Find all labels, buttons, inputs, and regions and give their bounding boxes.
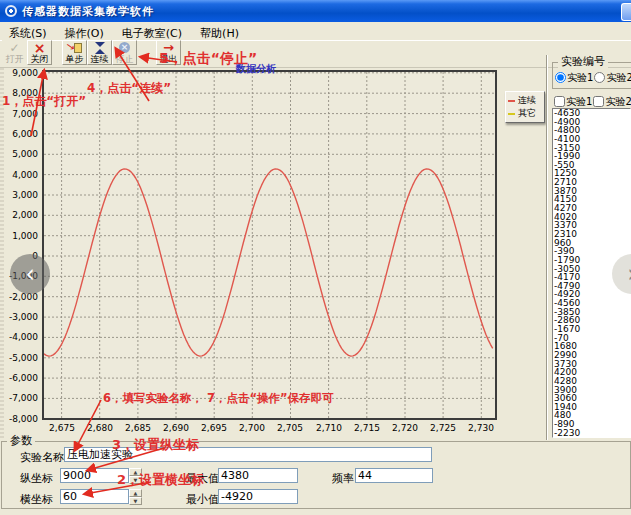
stop-icon: ×	[113, 41, 136, 54]
x-tick-label: 2,710	[310, 423, 348, 433]
x-coord-spinner[interactable]: ▲▼	[129, 489, 142, 504]
single-step-icon: →	[63, 41, 86, 54]
toolbar-button-label: 打开	[6, 54, 24, 64]
checkbox-experiment-1[interactable]: 实验1	[554, 95, 592, 109]
legend-label: 其它	[518, 107, 536, 120]
plot-area	[42, 70, 497, 420]
signal-curve	[44, 169, 493, 356]
x-tick-label: 2,730	[462, 423, 500, 433]
window-control-button[interactable]	[621, 3, 631, 21]
waveform-chart	[44, 72, 495, 418]
chart-legend[interactable]: 连续其它	[505, 91, 545, 123]
checkbox-label: 实验1	[566, 95, 592, 109]
radio-input[interactable]	[555, 72, 566, 83]
x-tick-label: 2,695	[195, 423, 233, 433]
continuous-hourglass-icon	[88, 41, 111, 54]
toolbar-close-button[interactable]: ×关闭	[27, 40, 52, 65]
annotation-step1: 1，点击“打开”	[2, 93, 86, 110]
toolbar-button-label: 连续	[91, 54, 109, 64]
spinner-down-icon[interactable]: ▼	[129, 497, 142, 505]
experiment-name-label: 实验名称	[20, 450, 64, 465]
checkbox-label: 实验2	[605, 95, 631, 109]
x-tick-label: 2,700	[233, 423, 271, 433]
y-tick-label: -7,000	[1, 393, 38, 403]
y-tick-label: 1,000	[1, 231, 38, 241]
toolbar-open-button[interactable]: ✓打开	[2, 40, 27, 65]
max-value-input[interactable]	[218, 468, 298, 483]
open-check-icon: ✓	[3, 41, 26, 54]
y-coord-label: 纵坐标	[20, 471, 53, 486]
radio-experiment-1[interactable]: 实验1	[555, 71, 593, 85]
params-group: 参数 实验名称 纵坐标 ▲▼ 最大值 频率 横坐标 ▲▼ 最小值	[1, 441, 631, 509]
x-tick-label: 2,685	[119, 423, 157, 433]
window-title: 传感器数据采集教学软件	[22, 4, 154, 19]
y-tick-label: 4,000	[1, 170, 38, 180]
experiment-id-group-label: 实验编号	[558, 56, 608, 68]
legend-label: 连续	[518, 94, 536, 107]
radio-input[interactable]	[594, 72, 605, 83]
toolbar-button-label: 单步	[66, 54, 84, 64]
x-tick-label: 2,720	[386, 423, 424, 433]
annotation-step3: 3，设置纵坐标	[112, 436, 199, 454]
y-tick-label: -6,000	[1, 373, 38, 383]
data-analysis-label[interactable]: 数据分析	[236, 62, 276, 76]
y-tick-label: -5,000	[1, 353, 38, 363]
toolbar-button-label: 停止	[116, 54, 134, 64]
y-tick-label: 5,000	[1, 149, 38, 159]
menu-bar: 系统(S)操作(O)电子教室(C)帮助(H)	[0, 22, 631, 41]
menu-item-e-classroom[interactable]: 电子教室(C)	[113, 23, 191, 41]
legend-marker-icon	[508, 113, 515, 115]
prev-overlay-button[interactable]: ‹	[10, 254, 50, 294]
list-item[interactable]: -2230	[553, 429, 630, 438]
annotation-step4: 4，点击“连续”	[87, 80, 171, 97]
toolbar-stop-button[interactable]: ×停止	[112, 40, 137, 65]
x-tick-label: 2,690	[157, 423, 195, 433]
x-coord-label: 横坐标	[20, 492, 53, 507]
params-group-label: 参数	[7, 435, 35, 447]
x-tick-label: 2,705	[271, 423, 309, 433]
app-gear-icon	[5, 5, 17, 17]
annotation-step2: 2，设置横坐标	[117, 471, 204, 489]
min-value-label: 最小值	[186, 492, 219, 507]
chevron-right-icon: ›	[627, 254, 631, 294]
legend-item: 连续	[508, 94, 542, 107]
x-tick-label: 2,715	[348, 423, 386, 433]
panel-divider	[546, 55, 548, 440]
close-x-icon: ×	[28, 41, 51, 54]
y-tick-label: 2,000	[1, 210, 38, 220]
toolbar-continuous-button[interactable]: 连续	[87, 40, 112, 65]
y-tick-label: -3,000	[1, 312, 38, 322]
experiment-radio-row: 实验1实验2	[555, 68, 631, 87]
toolbar-single-step-button[interactable]: →单步	[62, 40, 87, 65]
checkbox-input[interactable]	[554, 96, 565, 107]
frequency-label: 频率	[332, 471, 354, 486]
experiment-id-group: 实验编号 实验1实验2	[552, 62, 631, 89]
y-tick-label: -4,000	[1, 332, 38, 342]
radio-label: 实验1	[567, 71, 593, 85]
title-bar: 传感器数据采集教学软件	[0, 0, 631, 22]
radio-experiment-2[interactable]: 实验2	[594, 71, 631, 85]
checkbox-experiment-2[interactable]: 实验2	[593, 95, 631, 109]
y-tick-label: 7,000	[1, 109, 38, 119]
chevron-left-icon: ‹	[25, 254, 35, 294]
x-coord-input[interactable]	[60, 489, 129, 504]
spinner-up-icon[interactable]: ▲	[129, 489, 142, 497]
y-tick-label: 3,000	[1, 190, 38, 200]
y-tick-label: 6,000	[1, 129, 38, 139]
toolbar-button-label: 关闭	[31, 54, 49, 64]
radio-label: 实验2	[606, 71, 631, 85]
x-tick-label: 2,725	[424, 423, 462, 433]
annotation-step6-7: 6，填写实验名称， 7，点击“操作”保存即可	[103, 391, 334, 406]
min-value-input[interactable]	[218, 489, 298, 504]
frequency-input[interactable]	[355, 468, 433, 483]
menu-item-system[interactable]: 系统(S)	[0, 23, 56, 41]
legend-item: 其它	[508, 107, 542, 120]
checkbox-input[interactable]	[593, 96, 604, 107]
y-tick-label: 9,000	[1, 68, 38, 78]
toolbar: ✓打开×关闭→单步连续×停止→退出	[0, 40, 631, 68]
menu-item-help[interactable]: 帮助(H)	[191, 23, 248, 41]
app-window: 传感器数据采集教学软件 系统(S)操作(O)电子教室(C)帮助(H) ✓打开×关…	[0, 0, 631, 515]
menu-item-operation[interactable]: 操作(O)	[56, 23, 113, 41]
y-tick-label: -8,000	[1, 414, 38, 424]
x-tick-label: 2,675	[43, 423, 81, 433]
